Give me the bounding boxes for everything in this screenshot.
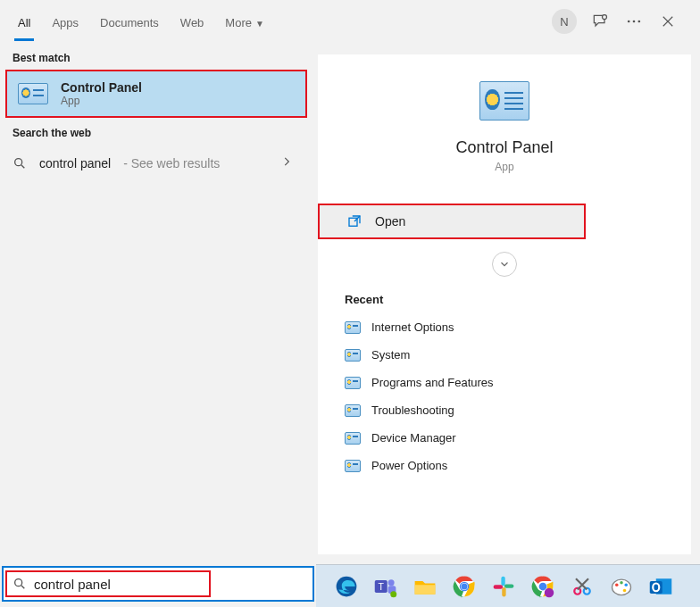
results-column: Best match Control Panel App Search the … — [0, 43, 312, 564]
svg-text:T: T — [379, 580, 385, 591]
close-icon[interactable] — [657, 11, 679, 32]
more-options-icon[interactable] — [623, 11, 645, 32]
svg-point-4 — [15, 159, 22, 166]
svg-point-24 — [545, 587, 554, 597]
svg-point-12 — [390, 591, 396, 597]
recent-item[interactable]: System — [345, 341, 664, 369]
svg-point-0 — [603, 15, 607, 20]
taskbar-file-explorer-icon[interactable] — [411, 572, 439, 601]
svg-point-6 — [15, 579, 22, 586]
search-input[interactable] — [34, 577, 304, 592]
svg-rect-21 — [494, 585, 504, 588]
recent-item[interactable]: Device Manager — [345, 424, 664, 452]
control-panel-icon — [345, 432, 361, 445]
taskbar-outlook-icon[interactable] — [646, 572, 675, 601]
web-query-suffix: - See web results — [123, 156, 220, 170]
tab-all[interactable]: All — [7, 4, 41, 40]
control-panel-icon — [345, 404, 361, 417]
recent-item-label: Device Manager — [371, 431, 456, 445]
svg-rect-18 — [501, 576, 504, 586]
svg-rect-19 — [504, 584, 514, 587]
search-icon — [12, 156, 27, 170]
tab-apps[interactable]: Apps — [41, 4, 89, 40]
svg-point-29 — [620, 580, 623, 584]
control-panel-icon — [345, 377, 361, 389]
svg-rect-13 — [415, 585, 436, 595]
taskbar-teams-icon[interactable]: T — [371, 572, 400, 601]
bottom-bar: T — [0, 564, 700, 607]
search-box[interactable] — [2, 566, 314, 602]
recent-item[interactable]: Internet Options — [345, 313, 664, 341]
svg-point-2 — [633, 21, 636, 23]
taskbar-chrome-icon[interactable] — [450, 572, 479, 601]
taskbar: T — [316, 564, 700, 607]
recent-list: Internet OptionsSystemPrograms and Featu… — [318, 313, 691, 479]
recent-item-label: Power Options — [371, 459, 447, 472]
tab-web[interactable]: Web — [170, 4, 215, 40]
search-icon — [12, 577, 27, 591]
filter-tabs: All Apps Documents Web More▼ N — [0, 0, 700, 43]
recent-item[interactable]: Programs and Features — [345, 369, 664, 396]
feedback-icon[interactable] — [589, 11, 611, 32]
svg-point-31 — [623, 588, 627, 592]
control-panel-icon — [345, 321, 361, 334]
recent-item-label: Programs and Features — [371, 376, 494, 389]
svg-point-23 — [539, 582, 547, 590]
web-search-result[interactable]: control panel - See web results — [0, 145, 312, 182]
taskbar-paint-icon[interactable] — [607, 572, 636, 601]
chevron-down-icon: ▼ — [255, 19, 264, 29]
open-label: Open — [375, 214, 405, 229]
details-panel: Control Panel App Open Recent Internet O… — [318, 54, 691, 554]
svg-point-10 — [388, 579, 395, 586]
recent-label: Recent — [318, 286, 691, 313]
result-subtitle: App — [61, 95, 142, 107]
recent-item[interactable]: Power Options — [345, 452, 664, 479]
control-panel-icon — [18, 83, 48, 104]
open-action[interactable]: Open — [318, 204, 586, 239]
open-icon — [346, 213, 362, 229]
web-query-text: control panel — [39, 156, 111, 170]
search-web-label: Search the web — [0, 118, 312, 145]
recent-item-label: System — [371, 348, 410, 362]
best-match-label: Best match — [0, 43, 312, 70]
svg-rect-20 — [502, 586, 505, 596]
chevron-right-icon — [280, 155, 293, 171]
details-title: Control Panel — [318, 138, 691, 157]
best-match-result[interactable]: Control Panel App — [5, 70, 307, 118]
control-panel-icon — [345, 349, 361, 362]
recent-item-label: Internet Options — [371, 320, 454, 334]
main-content: Best match Control Panel App Search the … — [0, 43, 700, 564]
svg-point-28 — [615, 583, 619, 586]
title-bar-actions: N — [552, 9, 693, 34]
taskbar-slack-icon[interactable] — [489, 572, 518, 601]
details-hero: Control Panel App — [318, 81, 691, 189]
svg-point-30 — [625, 583, 629, 586]
svg-point-3 — [638, 21, 641, 23]
tab-documents[interactable]: Documents — [89, 4, 170, 40]
recent-item-label: Troubleshooting — [371, 403, 454, 417]
taskbar-snip-icon[interactable] — [568, 572, 596, 601]
svg-point-1 — [628, 21, 630, 23]
details-column: Control Panel App Open Recent Internet O… — [312, 46, 700, 564]
recent-item[interactable]: Troubleshooting — [345, 396, 664, 424]
taskbar-edge-icon[interactable] — [332, 572, 361, 601]
tab-more[interactable]: More▼ — [214, 4, 275, 40]
control-panel-icon — [345, 460, 361, 472]
tab-more-label: More — [225, 16, 252, 29]
details-subtitle: App — [318, 161, 691, 173]
control-panel-icon — [479, 81, 529, 121]
svg-point-17 — [462, 583, 468, 589]
expand-actions-button[interactable] — [492, 252, 517, 277]
result-title: Control Panel — [61, 80, 142, 95]
user-avatar[interactable]: N — [552, 9, 577, 34]
taskbar-chrome-profile-icon[interactable] — [529, 572, 557, 601]
